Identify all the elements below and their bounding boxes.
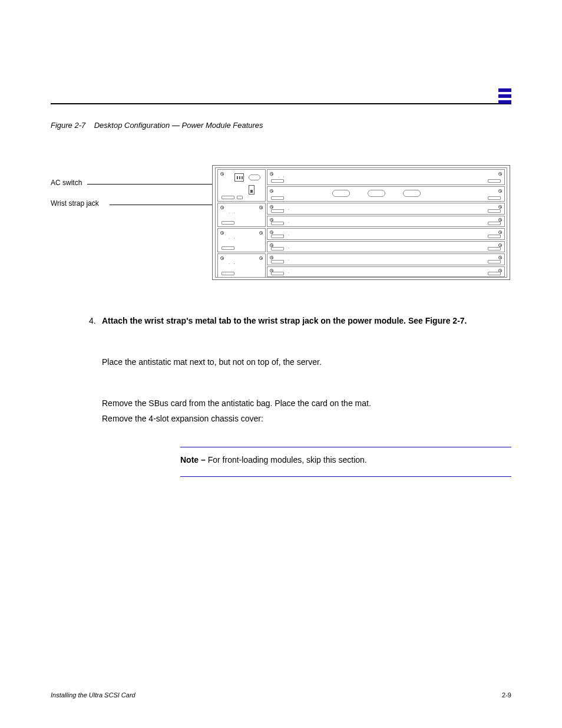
figure-number: Figure 2-7 — [51, 121, 85, 130]
note-rule — [180, 476, 511, 477]
figure-caption: Figure 2-7 Desktop Configuration — Power… — [51, 121, 263, 130]
footer-chapter: Installing the Ultra SCSI Card — [51, 691, 135, 699]
note-block: Note – For front-loading modules, skip t… — [180, 454, 511, 466]
step-6: Remove the SBus card from the antistatic… — [102, 397, 511, 410]
step-4-text-bold: Attach the wrist strap's metal tab to th… — [102, 316, 406, 325]
step-4: 4. Attach the wrist strap's metal tab to… — [102, 315, 511, 327]
callout-wrist-strap-jack: Wrist strap jack — [51, 199, 99, 207]
header-rule — [51, 103, 511, 104]
leader-line — [110, 205, 227, 205]
callout-ac-switch: AC switch — [51, 179, 82, 187]
step-6-text: Remove the SBus card from the antistatic… — [102, 398, 371, 408]
page-footer: Installing the Ultra SCSI Card 2-9 — [51, 691, 511, 699]
step-5: Place the antistatic mat next to, but no… — [102, 356, 511, 368]
step-4-text-ref: See Figure 2-7. — [408, 316, 467, 325]
note-label: Note – — [180, 455, 206, 465]
footer-page-number: 2-9 — [502, 691, 511, 699]
menu-icon — [498, 88, 511, 105]
step-7-text: Remove the 4-slot expansion chassis cove… — [102, 414, 263, 423]
step-7: Remove the 4-slot expansion chassis cove… — [102, 413, 511, 425]
note-rule — [180, 447, 511, 447]
chassis-diagram: . . . . . . . . — [212, 165, 510, 280]
step-number: 4. — [89, 315, 96, 327]
step-5-text: Place the antistatic mat next to, but no… — [102, 357, 322, 367]
note-text: For front-loading modules, skip this sec… — [208, 455, 367, 465]
figure-title: Desktop Configuration — Power Module Fea… — [94, 121, 263, 130]
